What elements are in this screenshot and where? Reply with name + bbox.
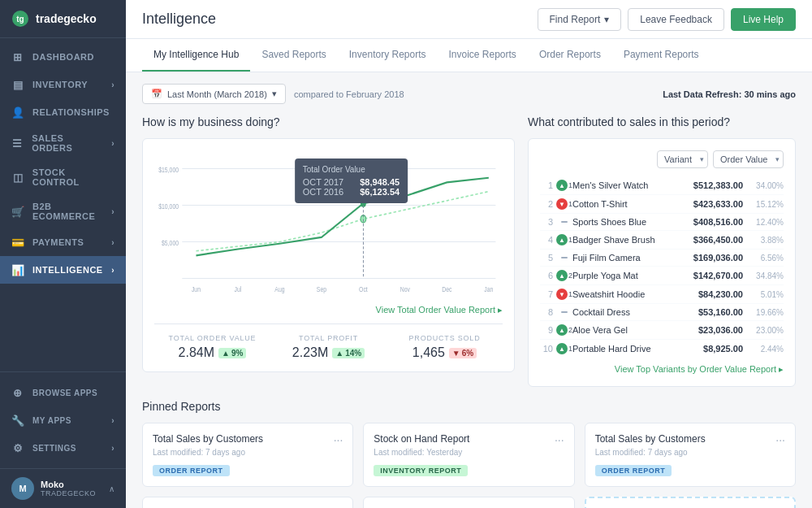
sidebar-item-settings[interactable]: ⚙ Settings › xyxy=(0,434,126,462)
row-number: 10 xyxy=(540,344,556,354)
row-indicator: ▼1 xyxy=(556,198,572,210)
sidebar-label-settings: Settings xyxy=(32,444,76,453)
report-menu-button[interactable]: ··· xyxy=(555,433,564,446)
report-menu-button[interactable]: ··· xyxy=(775,433,785,446)
row-number: 5 xyxy=(540,253,556,263)
row-value: $423,633.00 xyxy=(670,199,743,209)
logo-icon: tg xyxy=(11,10,29,28)
sidebar: tg tradegecko ⊞ Dashboard ▤ Inventory › … xyxy=(0,0,126,508)
right-panel-header: Variant Order Value xyxy=(540,150,784,168)
up-indicator: ▲ xyxy=(556,234,568,245)
table-row: 10 ▲1 Portable Hard Drive $8,925.00 2.44… xyxy=(540,340,784,358)
row-name: Sweatshirt Hoodie xyxy=(572,289,670,299)
dashboard-icon: ⊞ xyxy=(11,50,24,63)
row-pct: 3.88% xyxy=(743,236,784,245)
order-value-select[interactable]: Order Value xyxy=(713,150,784,168)
report-card-0: Total Sales by Customers ··· Last modifi… xyxy=(142,423,353,487)
pinned-title: Pinned Reports xyxy=(142,400,796,413)
svg-text:Dec: Dec xyxy=(442,286,451,294)
chevron-down-icon: ▾ xyxy=(604,14,609,25)
row-number: 9 xyxy=(540,325,556,335)
view-variants-link[interactable]: View Top Variants by Order Value Report … xyxy=(540,364,784,375)
tab-order[interactable]: Order Reports xyxy=(528,39,612,72)
inventory-icon: ▤ xyxy=(11,78,24,91)
period-filter-button[interactable]: 📅 Last Month (March 2018) ▾ xyxy=(142,84,286,104)
table-row: 1 ▲1 Men's Silver Watch $512,383.00 34.0… xyxy=(540,176,784,195)
row-pct: 19.66% xyxy=(743,308,784,317)
report-card-2: Total Sales by Customers ··· Last modifi… xyxy=(585,423,796,487)
variant-select-wrapper: Variant xyxy=(657,150,708,168)
row-pct: 5.01% xyxy=(743,290,784,299)
sidebar-item-my-apps[interactable]: 🔧 My Apps › xyxy=(0,406,126,434)
row-value: $366,450.00 xyxy=(670,235,743,245)
row-indicator: ▲1 xyxy=(556,234,572,245)
sidebar-item-payments[interactable]: 💳 Payments › xyxy=(0,228,126,256)
sales-orders-icon: ☰ xyxy=(11,137,24,150)
avatar: M xyxy=(11,477,34,500)
svg-text:Jan: Jan xyxy=(484,286,493,294)
row-name: Sports Shoes Blue xyxy=(572,217,670,227)
up-indicator: ▲ xyxy=(556,324,568,336)
report-name: Stock on Hand Report xyxy=(374,433,469,445)
select-group: Variant Order Value xyxy=(657,150,784,168)
chevron-up-icon: ∧ xyxy=(109,484,114,493)
payments-icon: 💳 xyxy=(11,236,24,249)
sidebar-item-dashboard[interactable]: ⊞ Dashboard xyxy=(0,43,126,71)
compare-label: compared to February 2018 xyxy=(294,89,404,99)
leave-feedback-button[interactable]: Leave Feedback xyxy=(628,8,724,31)
tab-saved[interactable]: Saved Reports xyxy=(250,39,337,72)
tab-inventory[interactable]: Inventory Reports xyxy=(338,39,438,72)
sidebar-label-my-apps: My Apps xyxy=(32,416,71,425)
chart-section: How is my business doing? Total Order Va… xyxy=(142,115,515,387)
chart-area: Total Order Value OCT 2017 $8,948.45 OCT… xyxy=(154,150,503,297)
dashboard-grid: How is my business doing? Total Order Va… xyxy=(142,115,796,387)
variant-select[interactable]: Variant xyxy=(657,150,708,168)
sidebar-label-inventory: Inventory xyxy=(32,80,88,89)
logo[interactable]: tg tradegecko xyxy=(0,0,126,38)
business-section-title: How is my business doing? xyxy=(142,115,515,128)
chevron-down-icon-filter: ▾ xyxy=(272,89,277,99)
chevron-right-icon-5: › xyxy=(111,266,114,275)
order-value-select-wrapper: Order Value xyxy=(713,150,784,168)
row-value: $169,036.00 xyxy=(670,253,743,263)
sidebar-item-sales-orders[interactable]: ☰ Sales Orders › xyxy=(0,126,126,160)
main-content: Intelligence Find Report ▾ Leave Feedbac… xyxy=(126,0,812,508)
topbar-actions: Find Report ▾ Leave Feedback Live Help xyxy=(538,8,796,31)
report-menu-button[interactable]: ··· xyxy=(334,433,343,446)
row-name: Badger Shave Brush xyxy=(572,235,670,245)
chevron-right-icon: › xyxy=(111,80,114,89)
row-indicator: ▼1 xyxy=(556,289,572,300)
settings-icon: ⚙ xyxy=(11,441,24,454)
row-number: 3 xyxy=(540,217,556,227)
tab-hub[interactable]: My Intelligence Hub xyxy=(142,39,250,72)
row-pct: 34.00% xyxy=(743,181,784,190)
tab-invoice[interactable]: Invoice Reports xyxy=(438,39,528,72)
report-name: Total Sales by Customers xyxy=(153,433,263,445)
sidebar-item-stock-control[interactable]: ◫ Stock Control xyxy=(0,160,126,194)
sales-contribution-section: What contributed to sales in this period… xyxy=(528,115,796,387)
calendar-icon: 📅 xyxy=(151,89,162,99)
reports-grid: Total Sales by Customers ··· Last modifi… xyxy=(142,423,796,508)
row-name: Purple Yoga Mat xyxy=(572,271,670,280)
row-indicator: ▲2 xyxy=(556,324,572,336)
sidebar-user[interactable]: M Moko Tradegecko ∧ xyxy=(0,468,126,508)
sidebar-item-browse-apps[interactable]: ⊕ Browse Apps xyxy=(0,379,126,406)
sidebar-item-intelligence[interactable]: 📊 Intelligence › xyxy=(0,256,126,284)
row-name: Cocktail Dress xyxy=(572,307,670,317)
find-report-button[interactable]: Find Report ▾ xyxy=(538,8,622,31)
live-help-button[interactable]: Live Help xyxy=(731,8,796,31)
svg-text:Nov: Nov xyxy=(400,286,410,294)
neutral-indicator xyxy=(561,311,568,313)
line-chart-svg: $15,000 $10,000 $5,000 Jun Jul Aug Sep O… xyxy=(154,150,503,297)
sidebar-item-b2b[interactable]: 🛒 B2B Ecommerce › xyxy=(0,194,126,228)
report-name: Total Sales by Customers xyxy=(595,433,706,445)
chart-view-link[interactable]: View Total Order Value Report ▸ xyxy=(154,305,503,315)
report-card-4: Payments Due This Month ··· Last modifie… xyxy=(363,497,574,508)
sidebar-item-relationships[interactable]: 👤 Relationships xyxy=(0,98,126,126)
sidebar-item-inventory[interactable]: ▤ Inventory › xyxy=(0,71,126,98)
tab-payment[interactable]: Payment Reports xyxy=(612,39,710,72)
refresh-value: 30 mins ago xyxy=(744,89,796,99)
row-pct: 2.44% xyxy=(743,345,784,354)
chevron-right-icon-3: › xyxy=(111,207,114,216)
stat-badge-products: ▼ 6% xyxy=(449,348,477,358)
